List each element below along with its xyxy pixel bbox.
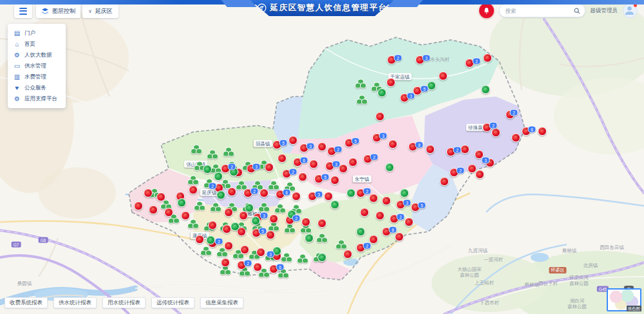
village-cluster-icon[interactable]: [268, 181, 279, 190]
alarm-station-marker[interactable]: [189, 185, 198, 194]
village-cluster-icon[interactable]: [316, 234, 328, 243]
normal-station-marker[interactable]: [203, 165, 212, 174]
alarm-station-marker[interactable]: [369, 235, 378, 244]
count-badge[interactable]: 3: [307, 143, 315, 150]
normal-station-marker[interactable]: [206, 236, 215, 245]
alarm-station-marker[interactable]: [292, 192, 301, 201]
normal-station-marker[interactable]: [245, 203, 254, 212]
count-badge[interactable]: 2: [473, 58, 481, 65]
count-badge[interactable]: 2: [228, 163, 236, 171]
alarm-station-marker[interactable]: [269, 214, 278, 223]
count-badge[interactable]: 2: [394, 55, 402, 62]
alarm-station-marker[interactable]: [483, 53, 492, 62]
report-button[interactable]: 信息采集报表: [200, 297, 243, 308]
alarm-station-marker[interactable]: [538, 127, 547, 136]
count-badge[interactable]: 5: [421, 86, 429, 93]
village-cluster-icon[interactable]: [223, 147, 234, 157]
count-badge[interactable]: 6: [283, 189, 291, 196]
count-badge[interactable]: 5: [321, 174, 330, 181]
alarm-station-marker[interactable]: [491, 128, 500, 137]
alarm-station-marker[interactable]: [227, 187, 236, 196]
menu-item-bigdata[interactable]: ⚙人饮大数据: [8, 50, 66, 60]
alarm-station-marker[interactable]: [260, 189, 269, 198]
count-badge[interactable]: 2: [251, 188, 259, 195]
report-button[interactable]: 用水统计报表: [102, 297, 146, 308]
alarm-station-marker[interactable]: [375, 112, 384, 121]
alarm-station-marker[interactable]: [440, 177, 449, 186]
alarm-station-marker[interactable]: [208, 221, 217, 230]
normal-station-marker[interactable]: [385, 163, 394, 172]
alarm-station-marker[interactable]: [404, 217, 413, 226]
count-badge[interactable]: 6: [276, 264, 285, 271]
alarm-station-marker[interactable]: [330, 176, 339, 185]
alarm-station-marker[interactable]: [221, 258, 230, 267]
village-cluster-icon[interactable]: [297, 254, 308, 264]
normal-station-marker[interactable]: [481, 85, 490, 94]
count-badge[interactable]: 3: [407, 93, 415, 100]
count-badge[interactable]: 2: [363, 188, 372, 195]
map-canvas[interactable]: [0, 0, 644, 314]
village-cluster-icon[interactable]: [200, 246, 212, 256]
normal-station-marker[interactable]: [216, 190, 225, 199]
normal-station-marker[interactable]: [356, 227, 365, 236]
normal-station-marker[interactable]: [177, 198, 186, 207]
normal-station-marker[interactable]: [214, 172, 223, 181]
village-cluster-icon[interactable]: [258, 203, 270, 212]
count-badge[interactable]: 2: [215, 238, 223, 245]
count-badge[interactable]: 5: [352, 138, 360, 145]
alarm-station-marker[interactable]: [224, 241, 233, 250]
village-cluster-icon[interactable]: [210, 203, 222, 212]
normal-station-marker[interactable]: [346, 189, 355, 198]
alarm-station-marker[interactable]: [240, 245, 249, 254]
count-badge[interactable]: 3: [260, 212, 269, 219]
alarm-station-marker[interactable]: [317, 219, 327, 228]
count-badge[interactable]: 3: [315, 191, 323, 198]
village-cluster-icon[interactable]: [187, 176, 199, 185]
count-badge[interactable]: 3: [403, 199, 412, 207]
normal-station-marker[interactable]: [317, 253, 327, 262]
alarm-station-marker[interactable]: [224, 208, 233, 217]
normal-station-marker[interactable]: [251, 216, 260, 225]
alarm-station-marker[interactable]: [164, 208, 173, 217]
basemap-switcher[interactable]: 填色图: [607, 288, 641, 311]
alarm-station-marker[interactable]: [360, 208, 369, 217]
menu-item-water-supply[interactable]: ▭供水管理: [8, 60, 66, 71]
count-badge[interactable]: 2: [209, 183, 217, 190]
alarm-station-marker[interactable]: [439, 71, 448, 80]
normal-station-marker[interactable]: [377, 88, 386, 97]
village-cluster-icon[interactable]: [355, 79, 366, 89]
village-cluster-icon[interactable]: [274, 204, 286, 214]
count-badge[interactable]: 8: [389, 226, 397, 234]
village-cluster-icon[interactable]: [356, 95, 368, 105]
count-badge[interactable]: 2: [397, 214, 405, 221]
normal-station-marker[interactable]: [330, 200, 339, 209]
count-badge[interactable]: 3: [332, 161, 341, 168]
menu-item-water-fee[interactable]: ▥水费管理: [8, 71, 66, 82]
count-badge[interactable]: 2: [457, 167, 465, 174]
menu-item-portal[interactable]: ▤门户: [8, 28, 66, 39]
alarm-station-marker[interactable]: [278, 154, 287, 163]
village-cluster-icon[interactable]: [187, 219, 199, 229]
count-badge[interactable]: 2: [244, 260, 252, 267]
report-button[interactable]: 远传统计报表: [151, 297, 194, 308]
alarm-station-marker[interactable]: [317, 142, 327, 151]
alarm-station-marker[interactable]: [369, 194, 378, 203]
village-cluster-icon[interactable]: [336, 240, 347, 250]
menu-item-home[interactable]: ⌂首页: [8, 39, 66, 50]
count-badge[interactable]: 3: [379, 133, 388, 140]
count-badge[interactable]: 2: [489, 122, 498, 129]
alarm-station-marker[interactable]: [395, 232, 404, 241]
count-badge[interactable]: 6: [300, 157, 308, 164]
alarm-station-marker[interactable]: [222, 225, 231, 234]
count-badge[interactable]: 3: [267, 251, 275, 258]
count-badge[interactable]: 2: [510, 109, 518, 116]
alarm-station-marker[interactable]: [375, 211, 384, 220]
normal-station-marker[interactable]: [400, 189, 409, 198]
alarm-station-marker[interactable]: [156, 192, 166, 201]
count-badge[interactable]: 3: [482, 157, 490, 164]
alarm-station-marker[interactable]: [388, 140, 397, 149]
alarm-station-marker[interactable]: [253, 263, 262, 272]
count-badge[interactable]: 5: [259, 228, 267, 235]
village-cluster-icon[interactable]: [281, 253, 292, 263]
count-badge[interactable]: 6: [528, 126, 536, 133]
